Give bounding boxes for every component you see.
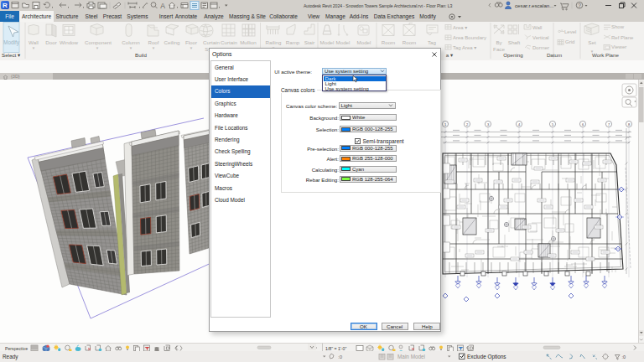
svg-text::0: :0 (338, 354, 343, 359)
svg-text:cesar.r.escalan...: cesar.r.escalan... (515, 3, 554, 8)
svg-text:Exclude Options: Exclude Options (467, 354, 506, 360)
svg-text::0: :0 (622, 354, 626, 359)
svg-text:R: R (3, 2, 8, 9)
svg-text:?: ? (578, 3, 581, 8)
svg-text:A: A (160, 2, 165, 10)
svg-text:Main Model: Main Model (397, 354, 425, 359)
svg-text:Modify: Modify (3, 39, 20, 46)
